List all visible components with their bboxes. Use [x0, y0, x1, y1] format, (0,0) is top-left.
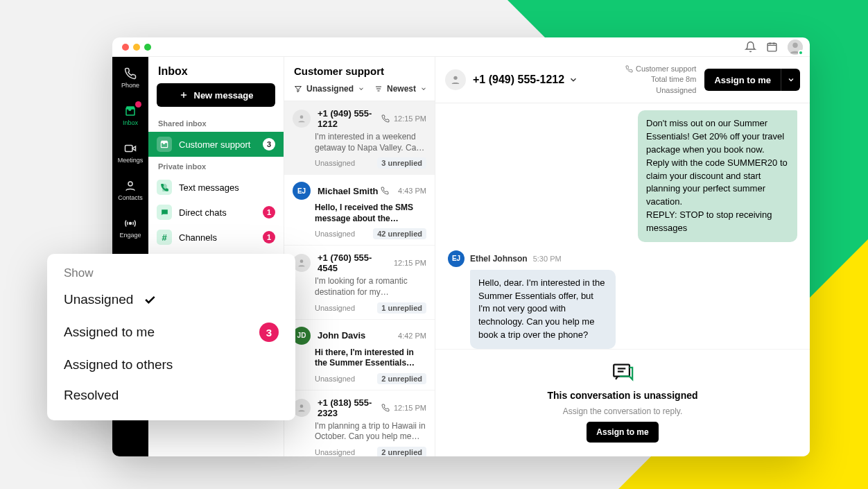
contacts-icon — [123, 179, 137, 193]
conv-time: 12:15 PM — [394, 404, 426, 412]
rail-inbox[interactable]: Inbox — [112, 100, 148, 130]
chevron-down-icon — [358, 85, 365, 92]
filter-label: Unassigned — [306, 84, 354, 94]
phone-small-icon — [381, 114, 390, 123]
inbox-customer-support[interactable]: Customer support 3 — [148, 132, 284, 157]
conv-time: 4:43 PM — [398, 187, 426, 195]
count-badge: 1 — [263, 231, 275, 243]
user-avatar[interactable] — [788, 40, 803, 55]
unreplied-chip: 1 unreplied — [377, 302, 426, 314]
chevron-down-icon — [568, 75, 578, 85]
unreplied-chip: 42 unreplied — [373, 228, 426, 239]
conversation-item[interactable]: +1 (949) 555-1212 12:15 PM I'm intereste… — [284, 101, 435, 175]
rail-label: Inbox — [123, 119, 138, 126]
conv-preview: Hello, I received the SMS message about … — [315, 203, 426, 224]
conv-time: 4:42 PM — [398, 332, 426, 340]
conv-name: Michael Smith — [318, 186, 394, 196]
calendar-icon[interactable] — [766, 41, 778, 53]
phone-small-icon — [381, 404, 390, 412]
phone-small-icon — [625, 65, 633, 73]
inbox-text-messages[interactable]: Text messages — [148, 175, 284, 200]
private-inbox-label: Private inbox — [148, 157, 284, 175]
inbox-row-label: Customer support — [179, 139, 250, 150]
rail-phone[interactable]: Phone — [112, 62, 148, 93]
popup-item[interactable]: Assigned to others — [47, 350, 295, 380]
sender-row: EJ Ethel Johnson 5:30 PM — [448, 250, 797, 267]
filter-assignment[interactable]: Unassigned — [294, 84, 365, 94]
popup-item-label: Unassigned — [64, 292, 133, 307]
assign-caret-button[interactable] — [781, 69, 800, 91]
conv-status: Unassigned — [315, 375, 355, 383]
phone-icon — [123, 67, 137, 80]
svg-point-4 — [128, 182, 132, 186]
rail-engage[interactable]: Engage — [112, 212, 148, 243]
rail-contacts[interactable]: Contacts — [112, 175, 148, 205]
rail-meetings[interactable]: Meetings — [112, 137, 148, 168]
footer-title: This conversation is unassigned — [547, 390, 697, 401]
conv-preview: I'm interested in a weekend getaway to N… — [315, 132, 426, 153]
tray-icon — [157, 137, 172, 152]
chat-square-icon — [157, 205, 172, 220]
new-message-button[interactable]: New message — [157, 83, 275, 107]
conv-preview: I'm planning a trip to Hawaii in October… — [315, 421, 426, 443]
contact-avatar — [445, 69, 466, 90]
avatar-placeholder — [293, 110, 311, 128]
count-badge: 3 — [263, 138, 275, 151]
popup-item[interactable]: Resolved — [47, 380, 295, 411]
check-icon — [143, 293, 157, 307]
popup-title: Show — [47, 266, 295, 284]
conversation-icon — [611, 361, 634, 384]
close-dot[interactable] — [122, 44, 129, 51]
rail-label: Engage — [119, 232, 141, 239]
count-badge: 3 — [259, 323, 279, 342]
footer-assign-button[interactable]: Assign to me — [587, 422, 658, 443]
contact-number-dropdown[interactable]: +1 (949) 555-1212 — [473, 74, 578, 86]
popup-item[interactable]: Assigned to me3 — [47, 315, 295, 350]
unreplied-chip: 2 unreplied — [377, 447, 426, 456]
thread-meta: Customer support Total time 8m Unassigne… — [625, 64, 696, 96]
conv-time: 12:15 PM — [394, 114, 426, 123]
zoom-dot[interactable] — [144, 44, 151, 51]
svg-rect-10 — [614, 365, 630, 377]
chevron-down-icon — [420, 85, 427, 92]
conv-name: +1 (760) 555-4545 — [318, 252, 390, 273]
count-badge: 1 — [263, 206, 275, 218]
phone-square-icon — [157, 180, 172, 195]
conv-name: John Davis — [318, 330, 394, 341]
conversation-panel: Customer support Unassigned Newest +1 (9… — [284, 57, 435, 456]
popup-item-label: Resolved — [64, 388, 119, 403]
window-controls — [119, 44, 151, 51]
sort-icon — [374, 85, 383, 93]
shared-inbox-label: Shared inbox — [148, 114, 284, 132]
svg-point-6 — [300, 115, 304, 119]
inbox-channels[interactable]: # Channels 1 — [148, 225, 284, 250]
svg-point-8 — [300, 404, 304, 408]
filter-label: Newest — [387, 84, 416, 94]
sender-time: 5:30 PM — [533, 255, 562, 263]
conversation-title: Customer support — [284, 57, 435, 84]
inbox-title: Inbox — [148, 57, 284, 83]
inbox-direct-chats[interactable]: Direct chats 1 — [148, 200, 284, 225]
rail-label: Meetings — [118, 157, 144, 164]
show-filter-popup: Show UnassignedAssigned to me3Assigned t… — [47, 254, 295, 420]
minimize-dot[interactable] — [133, 44, 140, 51]
conversation-item[interactable]: EJMichael Smith 4:43 PM Hello, I receive… — [284, 175, 435, 246]
popup-item[interactable]: Unassigned — [47, 284, 295, 315]
filter-sort[interactable]: Newest — [374, 84, 427, 94]
conversation-item[interactable]: JDJohn Davis 4:42 PM Hi there, I'm inter… — [284, 320, 435, 391]
title-bar — [112, 37, 810, 57]
conv-status: Unassigned — [315, 304, 355, 312]
filter-icon — [294, 85, 302, 93]
conversation-item[interactable]: +1 (818) 555-2323 12:15 PM I'm planning … — [284, 391, 435, 456]
conv-preview: I'm looking for a romantic destination f… — [315, 276, 426, 298]
new-message-label: New message — [194, 90, 254, 101]
avatar-initials: EJ — [293, 182, 311, 200]
outgoing-message: Don't miss out on our Summer Essentials!… — [638, 110, 797, 242]
inbox-row-label: Direct chats — [179, 207, 227, 218]
conv-time: 12:15 PM — [394, 259, 426, 267]
bell-icon[interactable] — [745, 41, 756, 53]
rail-label: Contacts — [118, 194, 143, 201]
thread-header: +1 (949) 555-1212 Customer support Total… — [435, 57, 810, 103]
conversation-item[interactable]: +1 (760) 555-4545 12:15 PM I'm looking f… — [284, 246, 435, 319]
assign-to-me-button[interactable]: Assign to me — [704, 69, 781, 91]
